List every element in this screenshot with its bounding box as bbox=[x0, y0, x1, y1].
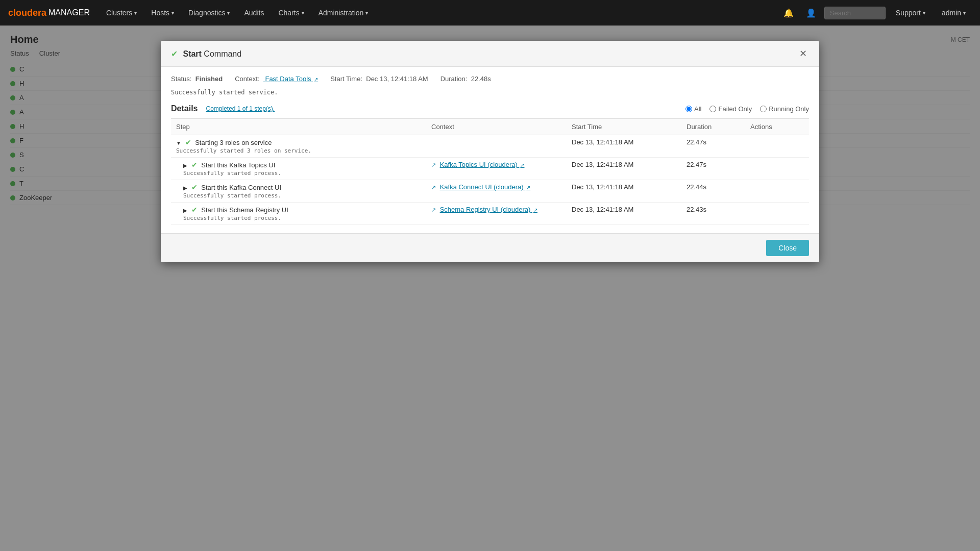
modal-body: Status: Finished Context: Fast Data Tool… bbox=[161, 67, 819, 233]
status-info-bar: Status: Finished Context: Fast Data Tool… bbox=[171, 75, 809, 83]
nav-charts[interactable]: Charts ▾ bbox=[272, 0, 310, 26]
chevron-down-icon: ▾ bbox=[302, 10, 304, 16]
duration-cell: 22.47s bbox=[681, 158, 745, 180]
chevron-down-icon: ▾ bbox=[172, 10, 174, 16]
step-cell: ▶ ✔ Start this Schema Registry UI Succes… bbox=[171, 203, 426, 225]
table-row: ▶ ✔ Start this Kafka Connect UI Successf… bbox=[171, 180, 809, 203]
filter-radio-group: All Failed Only Running Only bbox=[685, 105, 809, 113]
context-cell: ↗ Kafka Connect UI (cloudera) ↗ bbox=[426, 180, 567, 203]
context-info: Context: Fast Data Tools ↗ bbox=[235, 75, 318, 83]
user-icon[interactable]: 👤 bbox=[802, 6, 820, 20]
step-check-icon: ✔ bbox=[191, 161, 198, 169]
start-time-cell: Dec 13, 12:41:18 AM bbox=[567, 203, 681, 225]
step-toggle-icon[interactable]: ▶ bbox=[183, 185, 187, 191]
chevron-down-icon: ▾ bbox=[963, 10, 966, 16]
context-cell bbox=[426, 135, 567, 158]
external-link-icon: ↗ bbox=[431, 184, 436, 190]
actions-cell bbox=[745, 180, 809, 203]
step-toggle-icon[interactable]: ▶ bbox=[183, 208, 187, 213]
filter-all-radio[interactable] bbox=[685, 106, 692, 112]
nav-support[interactable]: Support ▾ bbox=[890, 0, 932, 26]
step-check-icon: ✔ bbox=[191, 183, 198, 191]
table-row: ▶ ✔ Start this Kafka Topics UI Successfu… bbox=[171, 158, 809, 180]
col-context: Context bbox=[426, 119, 567, 135]
modal-header: ✔ Start Command ✕ bbox=[161, 41, 819, 67]
external-link-icon: ↗ bbox=[533, 207, 537, 213]
success-message: Successfully started service. bbox=[171, 89, 809, 96]
notifications-icon[interactable]: 🔔 bbox=[779, 6, 798, 20]
brand-manager: MANAGER bbox=[48, 8, 90, 17]
filter-all-label[interactable]: All bbox=[685, 105, 701, 113]
start-time-value: Dec 13, 12:41:18 AM bbox=[366, 75, 428, 83]
external-link-icon: ↗ bbox=[526, 185, 530, 190]
col-duration: Duration bbox=[681, 119, 745, 135]
start-time-cell: Dec 13, 12:41:18 AM bbox=[567, 180, 681, 203]
modal-footer: Close bbox=[161, 233, 819, 262]
external-link-icon: ↗ bbox=[431, 162, 436, 168]
nav-hosts[interactable]: Hosts ▾ bbox=[145, 0, 180, 26]
step-cell: ▶ ✔ Start this Kafka Topics UI Successfu… bbox=[171, 158, 426, 180]
brand-cloudera: cloudera bbox=[8, 8, 46, 18]
actions-cell bbox=[745, 203, 809, 225]
context-cell: ↗ Schema Registry UI (cloudera) ↗ bbox=[426, 203, 567, 225]
context-link[interactable]: Fast Data Tools ↗ bbox=[263, 75, 318, 83]
modal-title: ✔ Start Command bbox=[171, 49, 241, 59]
chevron-down-icon: ▾ bbox=[365, 10, 368, 16]
external-link-icon: ↗ bbox=[314, 77, 318, 82]
navbar: cloudera MANAGER Clusters ▾ Hosts ▾ Diag… bbox=[0, 0, 980, 26]
schema-registry-link[interactable]: Schema Registry UI (cloudera) ↗ bbox=[440, 206, 537, 213]
nav-admin[interactable]: admin ▾ bbox=[936, 0, 972, 26]
kafka-topics-link[interactable]: Kafka Topics UI (cloudera) ↗ bbox=[440, 161, 525, 168]
table-row: ▶ ✔ Start this Schema Registry UI Succes… bbox=[171, 203, 809, 225]
modal-overlay: ✔ Start Command ✕ Status: Finished Conte… bbox=[0, 26, 980, 551]
kafka-connect-link[interactable]: Kafka Connect UI (cloudera) ↗ bbox=[440, 183, 531, 191]
duration-value: 22.48s bbox=[471, 75, 491, 83]
status-value: Finished bbox=[195, 75, 223, 83]
col-actions: Actions bbox=[745, 119, 809, 135]
filter-running-label[interactable]: Running Only bbox=[760, 105, 809, 113]
table-row: ▼ ✔ Starting 3 roles on service Successf… bbox=[171, 135, 809, 158]
chevron-down-icon: ▾ bbox=[134, 10, 137, 16]
duration-info: Duration: 22.48s bbox=[440, 75, 491, 83]
details-header: Details Completed 1 of 1 step(s). All Fa… bbox=[171, 104, 809, 113]
actions-cell bbox=[745, 158, 809, 180]
step-toggle-icon[interactable]: ▶ bbox=[183, 163, 187, 168]
chevron-down-icon: ▾ bbox=[227, 10, 230, 16]
navbar-right: 🔔 👤 Support ▾ admin ▾ bbox=[779, 0, 972, 26]
nav-audits[interactable]: Audits bbox=[238, 0, 270, 26]
check-icon: ✔ bbox=[171, 49, 178, 58]
start-time-cell: Dec 13, 12:41:18 AM bbox=[567, 158, 681, 180]
page-background: Home M CET Status Cluster C H A A H F S … bbox=[0, 26, 980, 551]
start-command-modal: ✔ Start Command ✕ Status: Finished Conte… bbox=[161, 41, 819, 262]
brand: cloudera MANAGER bbox=[8, 8, 90, 18]
context-cell: ↗ Kafka Topics UI (cloudera) ↗ bbox=[426, 158, 567, 180]
duration-cell: 22.44s bbox=[681, 180, 745, 203]
external-link-icon: ↗ bbox=[520, 162, 524, 168]
steps-table: Step Context Start Time Duration Actions… bbox=[171, 118, 809, 225]
close-button[interactable]: Close bbox=[766, 240, 809, 256]
actions-cell bbox=[745, 135, 809, 158]
nav-clusters[interactable]: Clusters ▾ bbox=[100, 0, 143, 26]
nav-diagnostics[interactable]: Diagnostics ▾ bbox=[182, 0, 236, 26]
filter-failed-label[interactable]: Failed Only bbox=[709, 105, 752, 113]
start-time-info: Start Time: Dec 13, 12:41:18 AM bbox=[330, 75, 428, 83]
duration-cell: 22.43s bbox=[681, 203, 745, 225]
col-step: Step bbox=[171, 119, 426, 135]
status-label: Status: Finished bbox=[171, 75, 223, 83]
details-title: Details bbox=[171, 104, 198, 113]
step-cell: ▶ ✔ Start this Kafka Connect UI Successf… bbox=[171, 180, 426, 203]
col-start-time: Start Time bbox=[567, 119, 681, 135]
chevron-down-icon: ▾ bbox=[923, 10, 925, 16]
search-input[interactable] bbox=[824, 7, 886, 19]
filter-running-radio[interactable] bbox=[760, 106, 767, 112]
step-check-icon: ✔ bbox=[191, 206, 198, 214]
step-toggle-icon[interactable]: ▼ bbox=[176, 140, 181, 146]
modal-close-button[interactable]: ✕ bbox=[797, 48, 809, 59]
completed-steps-link[interactable]: Completed 1 of 1 step(s). bbox=[206, 105, 275, 112]
nav-administration[interactable]: Administration ▾ bbox=[312, 0, 375, 26]
external-link-icon: ↗ bbox=[431, 207, 436, 213]
start-time-cell: Dec 13, 12:41:18 AM bbox=[567, 135, 681, 158]
step-check-icon: ✔ bbox=[185, 138, 191, 146]
duration-cell: 22.47s bbox=[681, 135, 745, 158]
filter-failed-radio[interactable] bbox=[709, 106, 716, 112]
